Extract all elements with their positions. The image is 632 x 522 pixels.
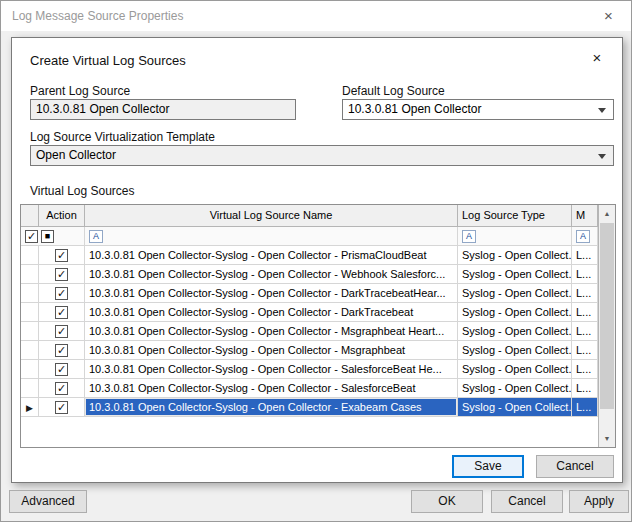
table-row-selected[interactable]: ▶ ✓ 10.3.0.81 Open Collector-Syslog - Op…: [21, 398, 598, 417]
select-all-checkbox[interactable]: ✓: [25, 230, 38, 243]
row-selector-cell[interactable]: [21, 379, 39, 398]
row-type-cell[interactable]: Syslog - Open Collect...: [458, 303, 572, 322]
row-checkbox[interactable]: ✓: [55, 249, 68, 262]
create-virtual-log-sources-dialog: Create Virtual Log Sources × Parent Log …: [11, 37, 623, 483]
row-m-cell[interactable]: L...: [572, 284, 598, 303]
advanced-button[interactable]: Advanced: [9, 490, 87, 513]
row-name-cell[interactable]: 10.3.0.81 Open Collector-Syslog - Open C…: [85, 265, 458, 284]
close-icon[interactable]: ×: [586, 1, 631, 31]
apply-button[interactable]: Apply: [569, 490, 629, 513]
row-checkbox[interactable]: ✓: [55, 363, 68, 376]
check-icon: ✓: [56, 288, 67, 299]
table-row[interactable]: ✓ 10.3.0.81 Open Collector-Syslog - Open…: [21, 322, 598, 341]
row-m-cell[interactable]: L...: [572, 341, 598, 360]
row-m-cell[interactable]: L...: [572, 265, 598, 284]
grid-filter-row: ✓ ■ A A A: [21, 227, 598, 246]
table-row[interactable]: ✓ 10.3.0.81 Open Collector-Syslog - Open…: [21, 284, 598, 303]
row-selector-cell[interactable]: [21, 341, 39, 360]
row-checkbox[interactable]: ✓: [55, 268, 68, 281]
check-icon: ✓: [56, 402, 67, 413]
virtual-log-sources-label: Virtual Log Sources: [30, 184, 135, 198]
row-name-cell[interactable]: 10.3.0.81 Open Collector-Syslog - Open C…: [85, 284, 458, 303]
table-row[interactable]: ✓ 10.3.0.81 Open Collector-Syslog - Open…: [21, 265, 598, 284]
vertical-scrollbar[interactable]: ▲ ▼: [598, 205, 615, 447]
cancel-button[interactable]: Cancel: [491, 490, 563, 513]
row-checkbox-cell: ✓: [39, 398, 85, 417]
row-m-cell[interactable]: L...: [572, 322, 598, 341]
row-name-cell[interactable]: 10.3.0.81 Open Collector-Syslog - Open C…: [85, 379, 458, 398]
column-header-m[interactable]: M: [572, 205, 598, 227]
table-row[interactable]: ✓ 10.3.0.81 Open Collector-Syslog - Open…: [21, 360, 598, 379]
row-checkbox[interactable]: ✓: [55, 287, 68, 300]
row-checkbox-cell: ✓: [39, 322, 85, 341]
row-selector-cell[interactable]: [21, 246, 39, 265]
row-selector-cell[interactable]: [21, 322, 39, 341]
scroll-down-icon[interactable]: ▼: [599, 430, 615, 447]
table-row[interactable]: ✓ 10.3.0.81 Open Collector-Syslog - Open…: [21, 379, 598, 398]
dialog-title: Create Virtual Log Sources: [30, 53, 186, 68]
text-filter-icon[interactable]: A: [89, 230, 103, 243]
row-m-cell[interactable]: L...: [572, 360, 598, 379]
row-name-cell[interactable]: 10.3.0.81 Open Collector-Syslog - Open C…: [85, 303, 458, 322]
row-type-cell[interactable]: Syslog - Open Collect...: [458, 379, 572, 398]
filter-m-cell[interactable]: A: [572, 227, 598, 246]
row-type-cell[interactable]: Syslog - Open Collect...: [458, 360, 572, 379]
save-button[interactable]: Save: [452, 455, 524, 478]
text-filter-icon[interactable]: A: [576, 230, 590, 243]
row-selector-cell[interactable]: [21, 360, 39, 379]
column-header-type[interactable]: Log Source Type: [458, 205, 572, 227]
row-m-cell[interactable]: L...: [572, 398, 598, 417]
column-header-action[interactable]: Action: [39, 205, 85, 227]
row-type-cell[interactable]: Syslog - Open Collect...: [458, 322, 572, 341]
dialog-cancel-button[interactable]: Cancel: [536, 455, 614, 478]
row-checkbox-cell: ✓: [39, 303, 85, 322]
chevron-down-icon: [598, 154, 606, 159]
row-name-cell[interactable]: 10.3.0.81 Open Collector-Syslog - Open C…: [85, 360, 458, 379]
column-header-name[interactable]: Virtual Log Source Name: [85, 205, 458, 227]
dialog-close-icon[interactable]: ×: [586, 47, 608, 69]
table-row[interactable]: ✓ 10.3.0.81 Open Collector-Syslog - Open…: [21, 246, 598, 265]
virtualization-template-label: Log Source Virtualization Template: [30, 130, 215, 144]
row-name-cell[interactable]: 10.3.0.81 Open Collector-Syslog - Open C…: [85, 246, 458, 265]
row-checkbox[interactable]: ✓: [55, 344, 68, 357]
check-icon: ✓: [56, 307, 67, 318]
ok-button[interactable]: OK: [411, 490, 483, 513]
filter-name-cell[interactable]: A: [85, 227, 458, 246]
row-checkbox[interactable]: ✓: [55, 325, 68, 338]
row-checkbox-cell: ✓: [39, 360, 85, 379]
check-icon: ✓: [56, 383, 67, 394]
scrollbar-thumb[interactable]: [600, 223, 614, 409]
row-type-cell[interactable]: Syslog - Open Collect...: [458, 265, 572, 284]
row-selector-cell[interactable]: [21, 284, 39, 303]
row-checkbox-cell: ✓: [39, 284, 85, 303]
row-m-cell[interactable]: L...: [572, 246, 598, 265]
row-checkbox[interactable]: ✓: [55, 306, 68, 319]
scroll-up-icon[interactable]: ▲: [599, 205, 615, 222]
row-type-cell[interactable]: Syslog - Open Collect...: [458, 284, 572, 303]
row-name-cell[interactable]: 10.3.0.81 Open Collector-Syslog - Open C…: [85, 398, 458, 417]
row-type-cell[interactable]: Syslog - Open Collect...: [458, 398, 572, 417]
default-log-source-select[interactable]: 10.3.0.81 Open Collector: [342, 99, 614, 120]
row-selector-cell[interactable]: ▶: [21, 398, 39, 417]
row-name-cell[interactable]: 10.3.0.81 Open Collector-Syslog - Open C…: [85, 341, 458, 360]
text-filter-icon[interactable]: A: [462, 230, 476, 243]
check-icon: ✓: [56, 326, 67, 337]
table-row[interactable]: ✓ 10.3.0.81 Open Collector-Syslog - Open…: [21, 303, 598, 322]
row-m-cell[interactable]: L...: [572, 379, 598, 398]
row-checkbox[interactable]: ✓: [55, 382, 68, 395]
parent-log-source-field[interactable]: 10.3.0.81 Open Collector: [30, 99, 296, 120]
virtualization-template-value: Open Collector: [36, 148, 116, 162]
filter-type-cell[interactable]: A: [458, 227, 572, 246]
row-selector-cell[interactable]: [21, 265, 39, 284]
row-m-cell[interactable]: L...: [572, 303, 598, 322]
table-row[interactable]: ✓ 10.3.0.81 Open Collector-Syslog - Open…: [21, 341, 598, 360]
row-checkbox-cell: ✓: [39, 265, 85, 284]
row-name-cell[interactable]: 10.3.0.81 Open Collector-Syslog - Open C…: [85, 322, 458, 341]
row-type-cell[interactable]: Syslog - Open Collect...: [458, 246, 572, 265]
row-selector-cell[interactable]: [21, 303, 39, 322]
check-icon: ✓: [56, 250, 67, 261]
row-checkbox[interactable]: ✓: [55, 401, 68, 414]
virtualization-template-select[interactable]: Open Collector: [30, 145, 614, 166]
deselect-all-checkbox[interactable]: ■: [41, 230, 54, 243]
row-type-cell[interactable]: Syslog - Open Collect...: [458, 341, 572, 360]
